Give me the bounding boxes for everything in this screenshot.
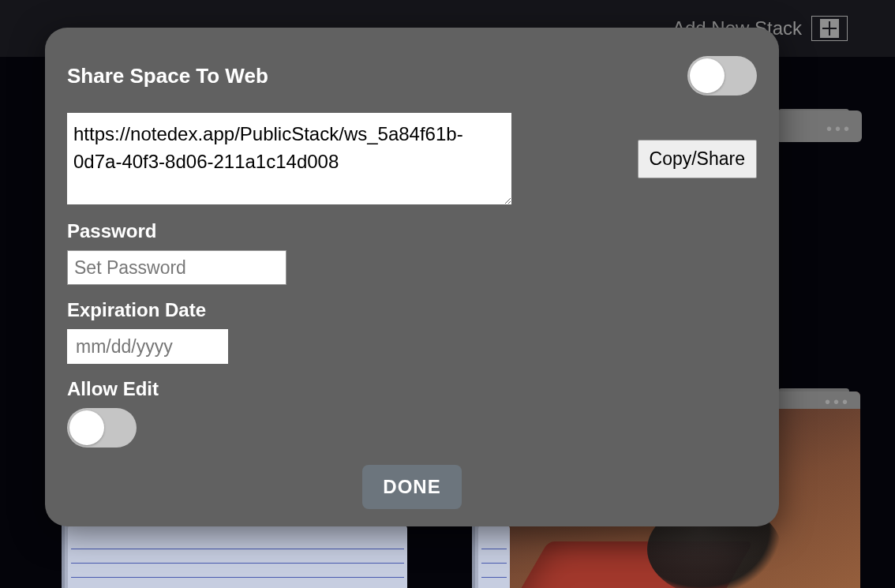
stack-card[interactable]: •••	[775, 110, 862, 142]
more-icon[interactable]: •••	[825, 393, 851, 411]
plus-icon	[820, 19, 839, 38]
expiration-date-label: Expiration Date	[67, 299, 757, 321]
expiration-date-input[interactable]	[67, 329, 228, 364]
more-icon[interactable]: •••	[826, 120, 852, 138]
allow-edit-label: Allow Edit	[67, 378, 757, 400]
share-space-dialog: Share Space To Web Copy/Share Password E…	[45, 28, 779, 526]
share-to-web-toggle[interactable]	[687, 56, 757, 96]
password-label: Password	[67, 220, 757, 242]
done-button[interactable]: DONE	[362, 465, 461, 509]
card-lines	[71, 535, 404, 588]
allow-edit-toggle[interactable]	[67, 408, 137, 448]
index-card-stack[interactable]	[68, 526, 407, 588]
expiration-date-field[interactable]	[76, 336, 309, 358]
copy-share-button[interactable]: Copy/Share	[638, 140, 757, 178]
share-url-textarea[interactable]	[67, 113, 511, 204]
dialog-title: Share Space To Web	[67, 64, 268, 88]
password-input[interactable]	[67, 250, 286, 285]
add-new-stack-button[interactable]	[811, 16, 848, 41]
toggle-knob	[690, 58, 725, 93]
card-lines	[481, 535, 507, 588]
toggle-knob	[69, 410, 104, 445]
index-card-stack[interactable]	[478, 526, 510, 588]
